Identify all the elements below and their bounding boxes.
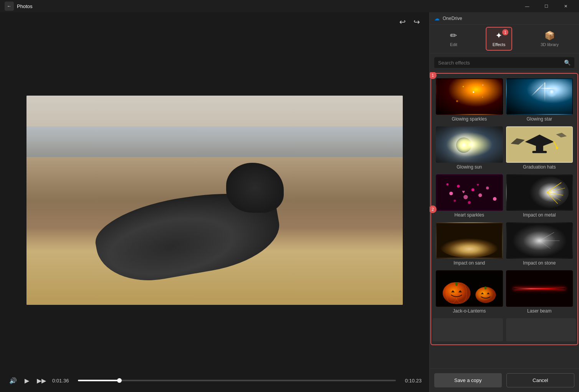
svg-point-9 [449, 192, 453, 195]
tab-3dlibrary[interactable]: 📦 3D library [534, 28, 565, 50]
skip-button[interactable]: ▶▶ [35, 375, 48, 386]
effect-thumb-glowing-sun [436, 126, 503, 163]
effect-thumb-impact-sand [436, 222, 503, 259]
panel-footer: Save a copy Cancel [430, 368, 579, 392]
video-toolbar: ↩ ↪ [0, 12, 429, 31]
effect-label-heart-sparkles: Heart sparkles [455, 212, 484, 219]
tab-edit[interactable]: ✏ Edit [444, 28, 463, 50]
effects-scroll-container: 1 2 [430, 72, 579, 368]
tab-3d-label: 3D library [541, 42, 559, 47]
progress-thumb [117, 378, 122, 383]
main-layout: ↩ ↪ 🔊 ▶ ▶▶ 0:01.36 [0, 12, 579, 392]
redo-button[interactable]: ↪ [412, 16, 422, 28]
svg-point-16 [447, 183, 449, 185]
effect-thumb-jack-o-lanterns [436, 270, 503, 307]
time-total: 0:10.23 [400, 378, 422, 384]
search-input-wrap: 🔍 [434, 57, 574, 68]
effect-heart-sparkles[interactable]: ♥ ♥ Heart sparkles [436, 174, 503, 219]
effect-label-impact-metal: Impact on metal [523, 212, 556, 219]
svg-point-15 [486, 187, 489, 190]
effect-glowing-sun[interactable]: Glowing sun [436, 126, 503, 171]
edit-icon: ✏ [450, 31, 457, 41]
effects-badge: 1 [502, 29, 508, 35]
3d-library-icon: 📦 [544, 31, 555, 41]
time-current: 0:01.36 [52, 378, 73, 384]
effects-grid: Glowing sparkles Glowing star [433, 75, 576, 318]
video-container [26, 96, 403, 305]
effect-thumb-partial-2 [506, 318, 576, 341]
laser-line [513, 288, 566, 289]
svg-point-18 [468, 201, 471, 204]
effect-glowing-sparkles[interactable]: Glowing sparkles [436, 78, 503, 123]
svg-point-12 [471, 189, 475, 192]
effect-thumb-graduation [506, 126, 573, 163]
search-icon[interactable]: 🔍 [564, 60, 571, 66]
play-button[interactable]: ▶ [23, 375, 31, 386]
effect-thumb-glowing-star [506, 78, 573, 115]
effect-impact-sand[interactable]: Impact on sand [436, 222, 503, 267]
svg-point-17 [493, 197, 496, 200]
svg-rect-42 [455, 282, 458, 286]
back-button[interactable]: ← [5, 2, 14, 11]
effect-label-laser-beam: Laser beam [527, 308, 551, 315]
undo-button[interactable]: ↩ [398, 16, 407, 28]
effect-graduation-hats[interactable]: Graduation hats [506, 126, 573, 171]
window-controls: — ☐ ✕ [518, 0, 574, 12]
svg-point-13 [478, 194, 482, 197]
tab-bar: ✏ Edit 1 ✦ Effects 📦 3D library [430, 25, 579, 53]
effect-impact-metal[interactable]: Impact on metal [506, 174, 573, 219]
maximize-button[interactable]: ☐ [538, 0, 555, 12]
titlebar-left: ← Photos [5, 2, 32, 11]
effect-glowing-star[interactable]: Glowing star [506, 78, 573, 123]
tab-effects-label: Effects [493, 42, 505, 47]
tab-effects[interactable]: 1 ✦ Effects [486, 27, 512, 51]
onedrive-header: ☁ OneDrive [430, 12, 579, 25]
progress-bar[interactable] [78, 380, 396, 381]
effect-label-jack-o-lanterns: Jack-o-Lanterns [453, 308, 486, 315]
minimize-button[interactable]: — [518, 0, 536, 12]
effect-label-glowing-sun: Glowing sun [457, 164, 482, 171]
video-placeholder [26, 96, 403, 305]
search-bar: 🔍 [430, 53, 579, 72]
close-button[interactable]: ✕ [557, 0, 574, 12]
video-controls: 🔊 ▶ ▶▶ 0:01.36 0:10.23 [0, 369, 429, 392]
progress-fill [78, 380, 119, 381]
effect-label-glowing-sparkles: Glowing sparkles [452, 116, 487, 123]
video-frame [0, 31, 429, 369]
search-input[interactable] [438, 60, 561, 66]
effect-thumb-impact-stone [506, 222, 573, 259]
effect-laser-beam[interactable]: Laser beam [506, 270, 573, 315]
svg-rect-3 [532, 151, 547, 153]
effect-thumb-partial-1 [433, 318, 503, 341]
svg-point-14 [454, 200, 456, 202]
svg-point-29 [440, 236, 498, 258]
svg-point-5 [556, 147, 558, 149]
svg-point-10 [457, 185, 460, 188]
effect-label-graduation-hats: Graduation hats [523, 164, 556, 171]
effects-icon: ✦ [495, 31, 502, 41]
tab-edit-label: Edit [450, 42, 457, 47]
volume-button[interactable]: 🔊 [8, 375, 18, 386]
effect-impact-stone[interactable]: Impact on stone [506, 222, 573, 267]
effect-thumb-heart-sparkles: ♥ ♥ [436, 174, 503, 211]
effect-thumb-glowing-sparkles [436, 78, 503, 115]
onedrive-icon: ☁ [434, 15, 440, 22]
effect-thumb-impact-metal [506, 174, 573, 211]
svg-text:♥: ♥ [476, 182, 479, 187]
video-area: ↩ ↪ 🔊 ▶ ▶▶ 0:01.36 [0, 12, 429, 392]
svg-text:♥: ♥ [462, 189, 465, 195]
effect-jack-o-lanterns[interactable]: Jack-o-Lanterns [436, 270, 503, 315]
seal-head [226, 163, 284, 213]
right-panel: ☁ OneDrive ✏ Edit 1 ✦ Effects 📦 3D libra… [429, 12, 579, 392]
cancel-button[interactable]: Cancel [506, 373, 575, 387]
svg-rect-8 [437, 175, 502, 210]
effect-thumb-laser-beam [506, 270, 573, 307]
onedrive-title: OneDrive [443, 16, 462, 21]
effect-label-glowing-star: Glowing star [526, 116, 552, 123]
app-title: Photos [17, 3, 32, 9]
svg-rect-44 [485, 286, 486, 289]
svg-point-11 [463, 195, 468, 199]
titlebar: ← Photos — ☐ ✕ [0, 0, 579, 12]
effect-label-impact-stone: Impact on stone [523, 260, 556, 267]
save-copy-button[interactable]: Save a copy [434, 373, 502, 387]
